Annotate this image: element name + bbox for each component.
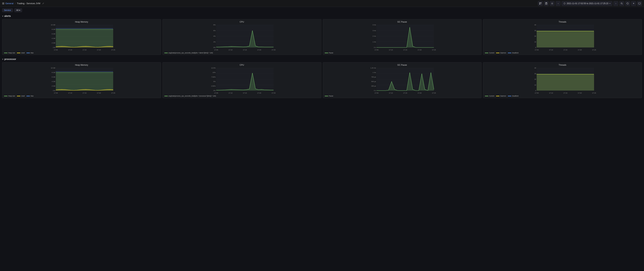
- svg-text:17:15: 17:15: [243, 49, 247, 51]
- svg-text:17:25: 17:25: [111, 49, 115, 51]
- service-filter-select[interactable]: All ▾: [14, 8, 22, 12]
- legend-item: Daemon: [496, 95, 506, 97]
- filter-bar: Service All ▾: [0, 7, 644, 13]
- svg-rect-6: [546, 3, 547, 4]
- section-title-alerts: alerts: [4, 14, 11, 17]
- svg-text:17:05: 17:05: [374, 49, 378, 51]
- svg-text:17:15: 17:15: [82, 92, 86, 94]
- service-filter-label[interactable]: Service: [2, 8, 13, 12]
- chart-title-alerts-threads: Threads: [483, 19, 642, 23]
- chart-card-alerts-gc: GC Pause4 ms3 ms2 ms1 ms0 s17:0517:1017:…: [323, 19, 482, 55]
- svg-text:17:10: 17:10: [549, 92, 553, 94]
- svg-text:30: 30: [534, 30, 536, 31]
- svg-text:750 µs: 750 µs: [371, 76, 376, 78]
- svg-text:6%: 6%: [214, 30, 216, 31]
- breadcrumb-sep: /: [15, 2, 16, 5]
- svg-text:17:10: 17:10: [68, 92, 72, 94]
- svg-text:17:15: 17:15: [243, 92, 247, 94]
- svg-text:20: 20: [534, 35, 536, 37]
- chart-legend-proc-heap: Heap sizeUsedMax: [2, 94, 161, 98]
- svg-text:17:20: 17:20: [418, 92, 422, 94]
- add-panel-button[interactable]: [538, 1, 543, 6]
- legend-label: Used: [21, 52, 25, 54]
- legend-color: [325, 53, 328, 53]
- svg-text:2 GB: 2 GB: [52, 85, 55, 87]
- svg-text:17:20: 17:20: [257, 92, 261, 94]
- section-alerts: ∨ alertsHeap Memory10 GB8 GB6 GB4 GB2 GB…: [0, 13, 644, 57]
- settings-button[interactable]: [550, 1, 554, 6]
- legend-color: [508, 53, 511, 53]
- zoom-out-button[interactable]: [619, 1, 624, 6]
- charts-row-alerts: Heap Memory10 GB8 GB6 GB4 GB2 GB0 B17:05…: [0, 18, 644, 57]
- svg-text:17:20: 17:20: [578, 49, 582, 51]
- svg-text:30: 30: [534, 73, 536, 75]
- nav-back-button[interactable]: ‹: [556, 1, 560, 6]
- svg-rect-2: [539, 4, 540, 4]
- time-range-button[interactable]: 2021-11-01 17:02:55 to 2021-11-01 17:25:…: [562, 1, 612, 6]
- chart-legend-alerts-heap: Heap sizeUsedMax: [2, 51, 161, 55]
- legend-label: avg(irate(process_cpu_seconds_total{job=…: [168, 95, 216, 97]
- legend-color: [496, 96, 500, 96]
- svg-text:17:25: 17:25: [592, 49, 596, 51]
- breadcrumb-dashboard: Trading - Services JVM: [17, 2, 40, 5]
- svg-text:0 B: 0 B: [53, 90, 55, 91]
- legend-item: Current: [485, 95, 494, 97]
- chart-card-alerts-threads: Threads40302010017:0517:1017:1517:2017:2…: [483, 19, 642, 55]
- refresh-button[interactable]: [625, 1, 630, 6]
- legend-item: Deadlock: [508, 52, 518, 54]
- svg-text:17:05: 17:05: [54, 92, 58, 94]
- svg-text:0: 0: [535, 90, 536, 91]
- legend-item: Deadlock: [508, 95, 518, 97]
- svg-text:12.5%: 12.5%: [211, 67, 216, 69]
- chart-area-alerts-threads: 40302010017:0517:1017:1517:2017:25: [484, 23, 640, 51]
- refresh-dropdown-button[interactable]: ▾: [631, 1, 636, 6]
- legend-label: Heap size: [8, 95, 15, 97]
- svg-text:17:25: 17:25: [592, 92, 596, 94]
- svg-text:10 GB: 10 GB: [51, 67, 55, 69]
- svg-text:4%: 4%: [214, 35, 216, 37]
- svg-text:17:20: 17:20: [578, 92, 582, 94]
- chart-area-proc-heap: 10 GB8 GB6 GB4 GB2 GB0 B17:0517:1017:151…: [4, 67, 160, 94]
- chart-title-alerts-gc: GC Pause: [323, 19, 482, 23]
- legend-label: Used: [21, 95, 25, 97]
- section-chevron-processor: ∨: [2, 58, 3, 60]
- save-button[interactable]: [544, 1, 549, 6]
- nav-fwd-button[interactable]: ›: [614, 1, 618, 6]
- section-processor: ∨ processorHeap Memory10 GB8 GB6 GB4 GB2…: [0, 57, 644, 100]
- svg-point-7: [552, 3, 552, 4]
- svg-text:17:15: 17:15: [564, 49, 568, 51]
- svg-text:17:10: 17:10: [389, 92, 393, 94]
- svg-text:17:20: 17:20: [97, 49, 101, 51]
- legend-item: Heap size: [4, 95, 15, 97]
- time-range-chevron: ▾: [610, 2, 610, 5]
- service-filter-chevron: ▾: [19, 9, 20, 11]
- svg-text:10 GB: 10 GB: [51, 24, 55, 26]
- section-header-alerts[interactable]: ∨ alerts: [0, 13, 644, 18]
- section-header-processor[interactable]: ∨ processor: [0, 57, 644, 61]
- svg-text:6 GB: 6 GB: [52, 76, 55, 78]
- svg-rect-1: [540, 2, 542, 3]
- share-icon[interactable]: ⤢: [42, 2, 44, 5]
- svg-rect-5: [546, 2, 547, 3]
- svg-text:5%: 5%: [214, 81, 216, 82]
- svg-text:3 ms: 3 ms: [372, 30, 376, 31]
- svg-text:17:10: 17:10: [549, 49, 553, 51]
- svg-text:20: 20: [534, 78, 536, 80]
- svg-rect-12: [638, 2, 640, 4]
- svg-text:6 GB: 6 GB: [52, 33, 55, 35]
- svg-text:17:25: 17:25: [432, 49, 436, 51]
- breadcrumb-general[interactable]: General: [6, 2, 14, 5]
- svg-text:17:10: 17:10: [228, 92, 232, 94]
- legend-label: Daemon: [500, 95, 506, 97]
- top-bar: ⊞ General / Trading - Services JVM ⤢ ‹ 2…: [0, 0, 644, 7]
- legend-item: Max: [26, 52, 34, 54]
- legend-item: Max: [26, 95, 34, 97]
- chart-legend-proc-threads: CurrentDaemonDeadlock: [483, 94, 642, 98]
- svg-text:0: 0: [535, 47, 536, 48]
- svg-text:10%: 10%: [212, 72, 216, 73]
- chart-card-alerts-cpu: CPU8%6%4%2%0%17:0517:1017:1517:2017:25av…: [162, 19, 322, 55]
- charts-row-processor: Heap Memory10 GB8 GB6 GB4 GB2 GB0 B17:05…: [0, 61, 644, 100]
- kiosk-button[interactable]: [637, 1, 642, 6]
- svg-text:0%: 0%: [214, 47, 216, 48]
- svg-text:17:20: 17:20: [97, 92, 101, 94]
